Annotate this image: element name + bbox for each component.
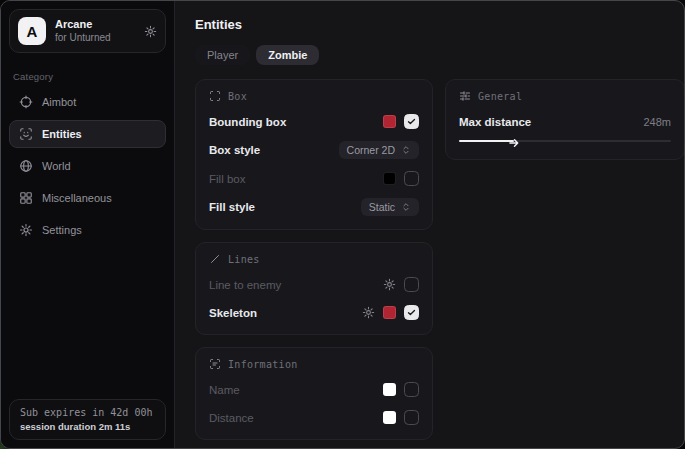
setting-row-fill-box: Fill box bbox=[209, 170, 419, 187]
color-swatch[interactable] bbox=[383, 306, 396, 319]
checkbox-checked[interactable] bbox=[404, 114, 419, 129]
checkbox-unchecked[interactable] bbox=[404, 277, 419, 292]
subscription-info-card: Sub expires in 42d 00h session duration … bbox=[9, 399, 166, 440]
slider-thumb-arrow-icon[interactable] bbox=[509, 135, 520, 153]
setting-label: Fill style bbox=[209, 201, 255, 213]
sidebar-item-label: Settings bbox=[42, 224, 82, 236]
page-title: Entities bbox=[195, 17, 672, 32]
dropdown-value: Corner 2D bbox=[347, 144, 395, 156]
chevrons-up-down-icon bbox=[401, 145, 411, 155]
color-swatch[interactable] bbox=[383, 115, 396, 128]
box-style-dropdown[interactable]: Corner 2D bbox=[339, 141, 419, 159]
checkbox-unchecked[interactable] bbox=[404, 410, 419, 425]
sidebar-item-label: World bbox=[42, 160, 71, 172]
chevrons-up-down-icon bbox=[401, 202, 411, 212]
max-distance-slider[interactable] bbox=[459, 136, 671, 146]
sidebar-item-label: Miscellaneous bbox=[42, 192, 112, 204]
slider-fill bbox=[459, 140, 514, 142]
setting-label: Max distance bbox=[459, 116, 531, 128]
scan-face-icon bbox=[19, 127, 33, 141]
setting-row-box-style: Box style Corner 2D bbox=[209, 141, 419, 159]
information-card: Information Name Distance bbox=[195, 347, 433, 440]
card-title: General bbox=[478, 91, 522, 102]
row-settings-gear-icon[interactable] bbox=[362, 306, 375, 319]
setting-label: Line to enemy bbox=[209, 279, 281, 291]
app-window: A Arcane for Unturned Category Aimbot En… bbox=[0, 0, 685, 449]
checkbox-checked[interactable] bbox=[404, 305, 419, 320]
setting-row-skeleton: Skeleton bbox=[209, 304, 419, 321]
scan-icon bbox=[209, 90, 221, 102]
setting-label: Box style bbox=[209, 144, 260, 156]
dropdown-value: Static bbox=[369, 201, 395, 213]
sidebar-item-label: Aimbot bbox=[42, 96, 76, 108]
fill-style-dropdown[interactable]: Static bbox=[361, 198, 419, 216]
tab-zombie[interactable]: Zombie bbox=[256, 45, 319, 65]
general-card: General Max distance 248m bbox=[445, 79, 684, 160]
line-icon bbox=[209, 253, 221, 265]
app-subtitle: for Unturned bbox=[55, 32, 135, 45]
setting-label: Skeleton bbox=[209, 307, 257, 319]
checkbox-unchecked[interactable] bbox=[404, 171, 419, 186]
setting-row-fill-style: Fill style Static bbox=[209, 198, 419, 216]
sidebar: A Arcane for Unturned Category Aimbot En… bbox=[1, 1, 175, 448]
lines-card: Lines Line to enemy Skeleton bbox=[195, 242, 433, 335]
sidebar-item-label: Entities bbox=[42, 128, 82, 140]
setting-row-bounding-box: Bounding box bbox=[209, 113, 419, 130]
setting-row-distance: Distance bbox=[209, 409, 419, 426]
app-logo: A bbox=[18, 17, 46, 45]
sliders-icon bbox=[459, 90, 471, 102]
sub-expiry-text: Sub expires in 42d 00h bbox=[20, 407, 155, 418]
box-card: Box Bounding box Box style bbox=[195, 79, 433, 230]
checkbox-unchecked[interactable] bbox=[404, 382, 419, 397]
sidebar-item-settings[interactable]: Settings bbox=[9, 216, 166, 244]
category-label: Category bbox=[13, 71, 162, 82]
setting-label: Name bbox=[209, 384, 240, 396]
card-title: Lines bbox=[228, 254, 260, 265]
app-header-card: A Arcane for Unturned bbox=[9, 9, 166, 53]
main-content: Entities Player Zombie Box Bounding box bbox=[175, 1, 684, 448]
tab-player[interactable]: Player bbox=[195, 45, 250, 65]
color-swatch[interactable] bbox=[383, 383, 396, 396]
entity-tabs: Player Zombie bbox=[195, 45, 672, 65]
grid-icon bbox=[19, 191, 33, 205]
color-swatch[interactable] bbox=[383, 172, 396, 185]
setting-row-line-to-enemy: Line to enemy bbox=[209, 276, 419, 293]
sidebar-item-world[interactable]: World bbox=[9, 152, 166, 180]
globe-icon bbox=[19, 159, 33, 173]
gear-icon bbox=[19, 223, 33, 237]
card-title: Box bbox=[228, 91, 247, 102]
crosshair-icon bbox=[19, 95, 33, 109]
card-title: Information bbox=[228, 359, 298, 370]
slider-value: 248m bbox=[643, 116, 671, 128]
row-settings-gear-icon[interactable] bbox=[383, 278, 396, 291]
setting-label: Distance bbox=[209, 412, 254, 424]
setting-row-name: Name bbox=[209, 381, 419, 398]
setting-row-max-distance: Max distance 248m bbox=[459, 113, 671, 130]
sidebar-item-miscellaneous[interactable]: Miscellaneous bbox=[9, 184, 166, 212]
sidebar-item-entities[interactable]: Entities bbox=[9, 120, 166, 148]
session-duration-text: session duration 2m 11s bbox=[20, 421, 155, 432]
app-title: Arcane bbox=[55, 18, 135, 32]
setting-label: Bounding box bbox=[209, 116, 286, 128]
color-swatch[interactable] bbox=[383, 411, 396, 424]
header-gear-icon[interactable] bbox=[144, 25, 157, 38]
scan-text-icon bbox=[209, 358, 221, 370]
sidebar-item-aimbot[interactable]: Aimbot bbox=[9, 88, 166, 116]
setting-label: Fill box bbox=[209, 173, 245, 185]
